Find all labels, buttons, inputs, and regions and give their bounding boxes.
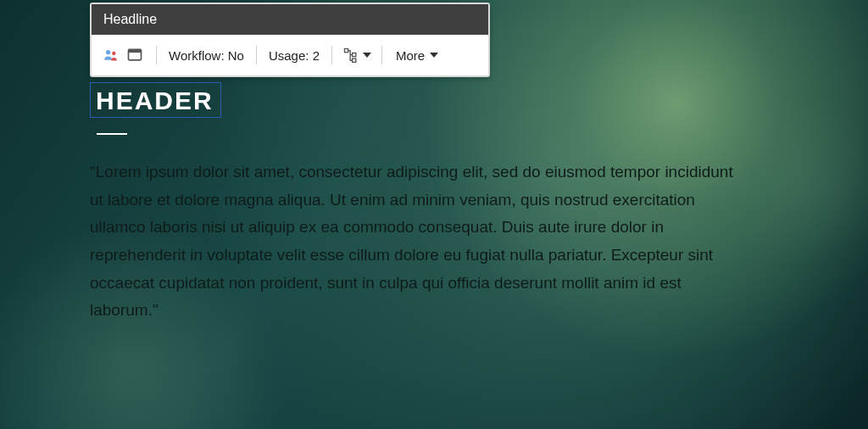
toolbar-separator	[381, 46, 382, 64]
toolbar-separator	[156, 46, 157, 64]
svg-point-0	[106, 50, 110, 54]
toolbar-separator	[331, 46, 332, 64]
svg-point-1	[112, 52, 115, 55]
window-icon	[126, 47, 143, 64]
workflow-label: Workflow:	[169, 48, 225, 63]
users-button[interactable]	[100, 44, 122, 66]
tree-button[interactable]	[342, 47, 371, 64]
workflow-status[interactable]: Workflow: No	[167, 48, 246, 63]
panel-title: Headline	[92, 4, 488, 35]
usage-value: 2	[313, 48, 320, 63]
svg-rect-6	[353, 58, 356, 62]
chevron-down-icon	[363, 53, 371, 58]
svg-rect-4	[344, 49, 348, 53]
toolbar: Workflow: No Usage: 2	[92, 35, 488, 75]
body-paragraph: "Lorem ipsum dolor sit amet, consectetur…	[90, 159, 734, 325]
header-underline	[97, 133, 127, 135]
header-selection-box[interactable]: HEADER	[90, 82, 221, 118]
usage-status[interactable]: Usage: 2	[267, 48, 321, 63]
svg-rect-5	[353, 53, 356, 57]
workflow-value: No	[228, 48, 244, 63]
svg-rect-3	[129, 49, 142, 53]
more-label: More	[396, 48, 425, 63]
chevron-down-icon	[430, 53, 438, 58]
users-icon	[103, 47, 120, 64]
toolbar-separator	[256, 46, 257, 64]
window-button[interactable]	[124, 44, 146, 66]
more-button[interactable]: More	[392, 48, 442, 63]
usage-label: Usage:	[269, 48, 309, 63]
tree-icon	[342, 47, 359, 64]
editor-toolbar-panel: Headline	[90, 3, 490, 77]
page-header: HEADER	[96, 86, 214, 115]
page-content: Headline	[90, 0, 743, 325]
